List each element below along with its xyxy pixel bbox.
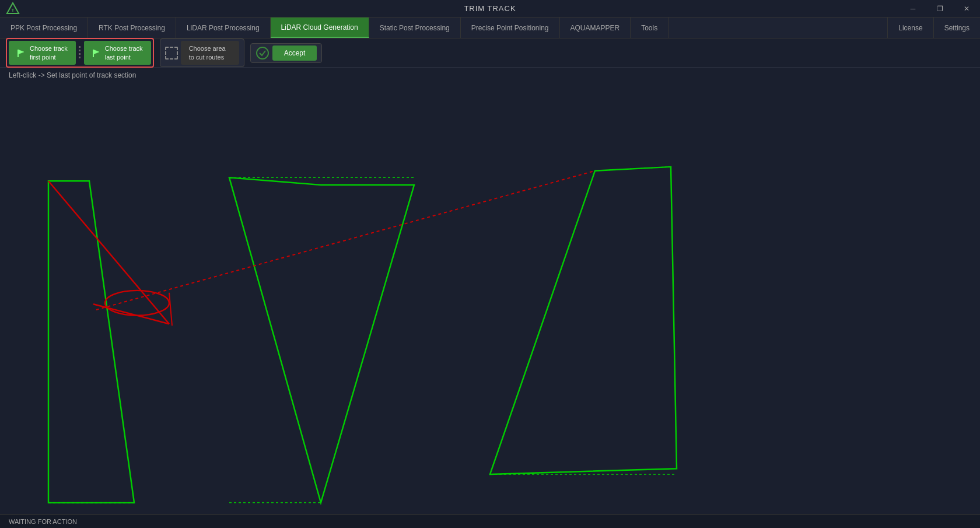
app-logo: T bbox=[6, 2, 20, 16]
accept-button[interactable]: Accept bbox=[272, 46, 317, 61]
flag-first-icon bbox=[17, 48, 26, 58]
choose-first-point-button[interactable]: Choose trackfirst point bbox=[9, 41, 76, 65]
restore-button[interactable]: ❐ bbox=[926, 0, 953, 18]
choose-last-point-button[interactable]: Choose tracklast point bbox=[84, 41, 151, 65]
tab-bar: PPK Post Processing RTK Post Processing … bbox=[0, 18, 980, 39]
tab-license[interactable]: License bbox=[887, 18, 933, 38]
choose-area-group: Choose areato cut routes bbox=[160, 39, 244, 67]
toolbar: Choose trackfirst point Choose tracklast… bbox=[0, 39, 980, 68]
svg-text:T: T bbox=[12, 8, 15, 13]
app-title: TRIM TRACK bbox=[464, 4, 516, 13]
svg-marker-2 bbox=[18, 50, 24, 54]
tab-settings[interactable]: Settings bbox=[933, 18, 980, 38]
tab-rtk[interactable]: RTK Post Processing bbox=[88, 18, 176, 38]
accept-group: Accept bbox=[250, 43, 323, 63]
check-icon bbox=[256, 46, 270, 60]
svg-marker-4 bbox=[93, 50, 99, 54]
tab-aquamapper[interactable]: AQUAMAPPER bbox=[560, 18, 631, 38]
flag-last-icon bbox=[92, 48, 102, 58]
tab-ppp[interactable]: Precise Point Positioning bbox=[461, 18, 560, 38]
track-canvas[interactable] bbox=[0, 83, 980, 514]
canvas-area[interactable] bbox=[0, 83, 980, 514]
content-area: Choose trackfirst point Choose tracklast… bbox=[0, 39, 980, 528]
choose-area-button[interactable]: Choose areato cut routes bbox=[181, 41, 239, 65]
window-controls: ─ ❐ ✕ bbox=[900, 0, 980, 18]
status-hint: Left-click -> Set last point of track se… bbox=[0, 68, 980, 83]
tab-tools[interactable]: Tools bbox=[631, 18, 668, 38]
tab-spacer bbox=[668, 18, 887, 38]
svg-point-6 bbox=[257, 47, 268, 59]
close-button[interactable]: ✕ bbox=[953, 0, 980, 18]
tab-ppk[interactable]: PPK Post Processing bbox=[0, 18, 88, 38]
track-selection-group: Choose trackfirst point Choose tracklast… bbox=[6, 38, 154, 68]
titlebar: T TRIM TRACK ─ ❐ ✕ bbox=[0, 0, 980, 18]
area-icon bbox=[165, 47, 178, 60]
tab-lidar[interactable]: LiDAR Post Processing bbox=[176, 18, 271, 38]
toolbar-sep-1 bbox=[78, 44, 82, 62]
status-text: WAITING FOR ACTION bbox=[9, 518, 77, 525]
statusbar: WAITING FOR ACTION bbox=[0, 514, 980, 528]
minimize-button[interactable]: ─ bbox=[900, 0, 926, 18]
tab-static[interactable]: Static Post Processing bbox=[369, 18, 461, 38]
tab-lidar-cloud[interactable]: LiDAR Cloud Generation bbox=[271, 18, 369, 38]
